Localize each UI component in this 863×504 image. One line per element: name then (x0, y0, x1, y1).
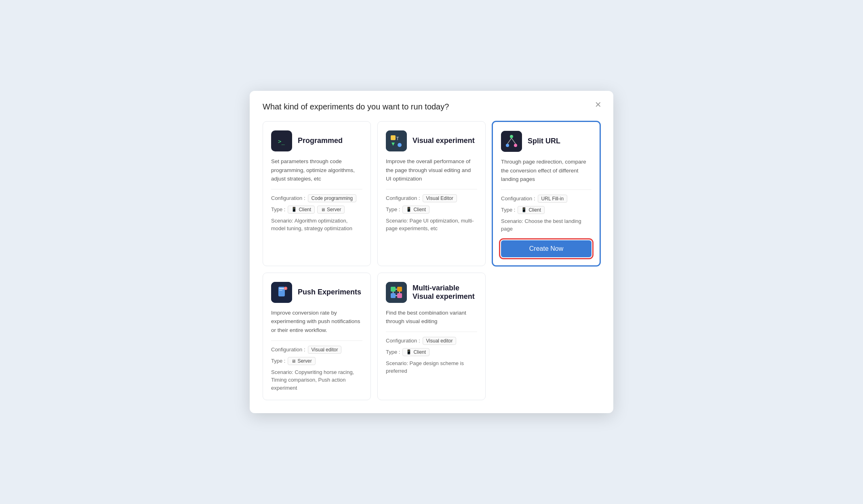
visual-type-client: 📱Client (402, 206, 429, 214)
multi-visual-icon (386, 282, 407, 303)
split-url-config: Configuration : URL Fill-in (501, 195, 591, 203)
svg-text:T: T (396, 136, 399, 141)
experiment-modal: What kind of experiments do you want to … (250, 91, 613, 413)
push-type: Type : 🖥Server (271, 357, 362, 365)
svg-point-10 (514, 144, 517, 147)
split-url-title: Split URL (528, 137, 560, 145)
programmed-icon: >_ (271, 130, 292, 151)
push-config: Configuration : Visual editor (271, 346, 362, 354)
multi-visual-type-client: 📱Client (402, 348, 429, 356)
card-split-url[interactable]: Split URL Through page redirection, comp… (492, 121, 600, 266)
programmed-title: Programmed (298, 136, 343, 145)
programmed-type-client: 📱Client (288, 206, 315, 214)
visual-scenario: Scenario: Page UI optimization, multi-pa… (386, 217, 477, 233)
svg-text:!: ! (285, 288, 286, 290)
split-url-type: Type : 📱Client (501, 206, 591, 214)
multi-visual-config: Configuration : Visual editor (386, 337, 477, 345)
svg-point-6 (398, 143, 402, 147)
visual-config: Configuration : Visual Editor (386, 194, 477, 202)
card-visual[interactable]: T Visual experiment Improve the overall … (377, 121, 486, 266)
push-desc: Improve conversion rate by experimenting… (271, 309, 362, 335)
svg-point-9 (506, 144, 509, 147)
push-icon: ! (271, 282, 292, 303)
programmed-scenario: Scenario: Algorithm optimization, model … (271, 217, 362, 233)
multi-visual-scenario: Scenario: Page design scheme is preferre… (386, 359, 477, 375)
svg-text:>_: >_ (278, 138, 285, 145)
svg-rect-22 (397, 287, 402, 292)
svg-rect-3 (391, 135, 396, 140)
svg-rect-7 (501, 131, 522, 152)
push-type-server: 🖥Server (288, 357, 315, 365)
create-now-button[interactable]: Create Now (501, 240, 591, 257)
split-url-icon (501, 131, 522, 152)
close-button[interactable]: ✕ (592, 99, 604, 110)
visual-title: Visual experiment (413, 136, 475, 145)
split-url-desc: Through page redirection, compare the co… (501, 158, 591, 184)
card-programmed[interactable]: >_ Programmed Set parameters through cod… (263, 121, 371, 266)
svg-rect-24 (397, 293, 402, 298)
svg-rect-17 (279, 290, 282, 291)
svg-rect-23 (391, 293, 396, 298)
multi-visual-desc: Find the best combination variant throug… (386, 309, 477, 326)
multi-visual-config-badge: Visual editor (423, 337, 457, 345)
visual-icon: T (386, 130, 407, 151)
programmed-desc: Set parameters through code programming,… (271, 157, 362, 183)
multi-visual-type: Type : 📱Client (386, 348, 477, 356)
programmed-config: Configuration : Code programming (271, 194, 362, 202)
programmed-type: Type : 📱Client 🖥Server (271, 206, 362, 214)
cards-grid: >_ Programmed Set parameters through cod… (263, 121, 600, 400)
visual-desc: Improve the overall performance of the p… (386, 157, 477, 183)
push-config-badge: Visual editor (308, 346, 342, 354)
card-multi-visual[interactable]: Multi-variable Visual experiment Find th… (377, 273, 486, 400)
programmed-type-server: 🖥Server (317, 206, 345, 214)
split-url-config-badge: URL Fill-in (538, 195, 568, 203)
svg-rect-21 (391, 287, 396, 292)
modal-title: What kind of experiments do you want to … (263, 102, 600, 111)
visual-config-badge: Visual Editor (423, 194, 457, 202)
push-title: Push Experiments (298, 288, 361, 296)
svg-rect-16 (279, 288, 284, 289)
programmed-config-badge: Code programming (308, 194, 357, 202)
push-scenario: Scenario: Copywriting horse racing, Timi… (271, 368, 362, 392)
multi-visual-title: Multi-variable Visual experiment (413, 284, 477, 301)
svg-rect-2 (386, 130, 407, 151)
svg-rect-20 (386, 282, 407, 303)
visual-type: Type : 📱Client (386, 206, 477, 214)
split-url-type-client: 📱Client (518, 206, 545, 214)
split-url-scenario: Scenario: Choose the best landing page (501, 217, 591, 233)
card-push[interactable]: ! Push Experiments Improve conversion ra… (263, 273, 371, 400)
